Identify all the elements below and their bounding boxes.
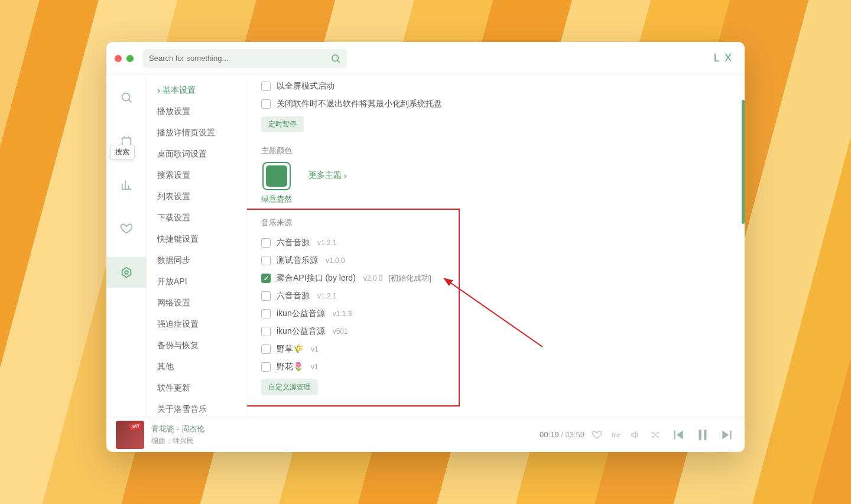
section-music-sources: 音乐来源 [261,217,730,228]
nav-favorites[interactable] [106,213,147,244]
source-version: v1.0.0 [326,256,345,265]
maximize-window-button[interactable] [126,55,134,62]
search-tooltip: 搜索 [110,145,135,160]
app-logo: L X [714,52,733,64]
checkbox-icon[interactable] [261,256,271,265]
checkbox-icon[interactable] [261,238,271,248]
settings-nav-search[interactable]: 搜索设置 [147,165,246,186]
like-icon[interactable] [592,430,602,440]
settings-content[interactable]: 以全屏模式启动 关闭软件时不退出软件将其最小化到系统托盘 定时暂停 主题颜色 绿… [247,75,745,417]
source-item[interactable]: 六音音源v1.2.1 [261,287,730,305]
checkbox-icon[interactable] [261,82,271,91]
settings-nav-sync[interactable]: 数据同步 [147,250,246,271]
album-art[interactable] [116,421,144,449]
close-window-button[interactable] [115,55,122,62]
settings-nav-list[interactable]: 列表设置 [147,186,246,207]
source-version: v1 [311,345,319,353]
player-controls: lrc [592,427,735,443]
source-item[interactable]: 测试音乐源v1.0.0 [261,252,730,269]
settings-nav-hotkeys[interactable]: 快捷键设置 [147,229,246,250]
checkbox-icon[interactable] [261,291,271,301]
source-label: ikun公益音源 [277,326,325,337]
theme-swatch[interactable]: 绿意盎然 [261,162,292,204]
source-item[interactable]: 六音音源v1.2.1 [261,234,730,252]
svg-line-3 [129,100,131,102]
source-item[interactable]: 野草🌾v1 [261,340,730,358]
source-version: v1 [311,363,319,371]
svg-point-6 [125,271,128,274]
shuffle-icon[interactable] [650,430,661,440]
titlebar: L X [106,42,745,75]
settings-nav: 基本设置 播放设置 播放详情页设置 桌面歌词设置 搜索设置 列表设置 下载设置 … [147,75,247,417]
settings-nav-download[interactable]: 下载设置 [147,207,246,229]
settings-nav-network[interactable]: 网络设置 [147,292,246,314]
search-input[interactable] [149,54,330,63]
source-version: v1.2.1 [317,292,337,300]
app-window: L X 搜索 基本设置 播放设置 播放详情页设置 [106,42,745,452]
more-themes-link[interactable]: 更多主题 › [308,170,347,181]
opt-minimize-tray[interactable]: 关闭软件时不退出软件将其最小化到系统托盘 [261,95,730,113]
opt-fullscreen[interactable]: 以全屏模式启动 [261,77,730,95]
source-version: v1.1.3 [333,310,352,318]
timed-pause-button[interactable]: 定时暂停 [261,116,304,132]
source-item[interactable]: 聚合API接口 (by lerd)v2.0.0 [初始化成功] [261,269,730,287]
traffic-lights [115,55,134,62]
settings-nav-openapi[interactable]: 开放API [147,271,246,292]
scrollbar-indicator[interactable] [742,100,745,224]
sources-list: 六音音源v1.2.1测试音乐源v1.0.0聚合API接口 (by lerd)v2… [261,234,730,376]
settings-nav-ocd[interactable]: 强迫症设置 [147,314,246,335]
source-label: 野草🌾 [277,344,303,355]
lyrics-icon[interactable]: lrc [612,431,621,438]
checkbox-icon[interactable] [261,274,271,283]
source-item[interactable]: ikun公益音源v1.1.3 [261,305,730,323]
settings-nav-playdetail[interactable]: 播放详情页设置 [147,122,246,144]
checkbox-icon[interactable] [261,309,271,318]
nav-search[interactable] [106,82,147,113]
nav-settings[interactable] [106,257,147,288]
opt-label: 关闭软件时不退出软件将其最小化到系统托盘 [277,99,442,109]
source-item[interactable]: ikun公益音源v501 [261,323,730,340]
checkbox-icon[interactable] [261,327,271,336]
svg-marker-5 [122,268,131,278]
source-label: 六音音源 [277,238,310,248]
settings-nav-backup[interactable]: 备份与恢复 [147,335,246,356]
pause-icon[interactable] [695,427,710,443]
svg-rect-9 [704,430,706,440]
svg-point-2 [122,93,129,101]
manage-sources-button[interactable]: 自定义源管理 [261,379,318,395]
search-box[interactable] [143,49,347,68]
volume-icon[interactable] [630,430,641,440]
source-version: v501 [333,327,348,336]
theme-name: 绿意盎然 [261,194,292,204]
source-version: v2.0.0 [363,274,383,282]
source-label: ikun公益音源 [277,308,325,319]
settings-nav-about[interactable]: 关于洛雪音乐 [147,399,246,417]
nav-rail [106,75,147,417]
checkbox-icon[interactable] [261,362,271,372]
prev-track-icon[interactable] [670,427,686,443]
checkbox-icon[interactable] [261,99,271,109]
main-area: 搜索 基本设置 播放设置 播放详情页设置 桌面歌词设置 [106,75,745,417]
time-display: 00:19 / 03:59 [540,430,584,439]
checkbox-icon[interactable] [261,344,271,354]
svg-rect-8 [699,430,701,440]
source-label: 野花🌷 [277,362,303,372]
chevron-right-icon: › [344,171,347,180]
search-icon[interactable] [330,53,341,64]
opt-label: 以全屏模式启动 [277,81,334,92]
settings-nav-basic[interactable]: 基本设置 [147,80,246,101]
svg-line-1 [337,60,339,62]
section-theme: 主题颜色 [261,145,730,156]
source-label: 测试音乐源 [277,255,318,266]
nav-charts[interactable] [106,170,147,200]
settings-nav-desktoplyrics[interactable]: 桌面歌词设置 [147,144,246,165]
source-status: [初始化成功] [389,273,431,284]
source-item[interactable]: 野花🌷v1 [261,358,730,376]
player-bar: 青花瓷 - 周杰伦 编曲：钟兴民 00:19 / 03:59 lrc [106,417,745,452]
settings-nav-playback[interactable]: 播放设置 [147,101,246,122]
track-title[interactable]: 青花瓷 - 周杰伦 [151,424,204,434]
settings-nav-update[interactable]: 软件更新 [147,378,246,399]
track-subtitle: 编曲：钟兴民 [151,436,204,446]
settings-nav-other[interactable]: 其他 [147,356,246,378]
next-track-icon[interactable] [720,427,735,443]
